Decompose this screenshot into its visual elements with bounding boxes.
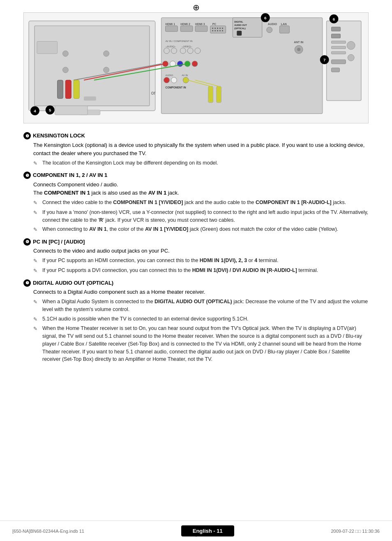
svg-point-36 xyxy=(267,27,272,33)
footer-left: [650-NA]BN68-02344A-Eng.indb 11 xyxy=(12,529,84,534)
para-kensington-1: The Kensington Lock (optional) is a devi… xyxy=(33,141,369,158)
svg-point-3 xyxy=(104,51,109,56)
svg-rect-17 xyxy=(195,26,208,32)
svg-text:5: 5 xyxy=(49,108,51,112)
svg-point-20 xyxy=(212,28,213,29)
svg-rect-8 xyxy=(37,41,58,53)
svg-text:HDMI 1: HDMI 1 xyxy=(166,23,175,26)
svg-rect-82 xyxy=(332,68,340,72)
svg-text:AUDIO OUT: AUDIO OUT xyxy=(234,24,247,26)
svg-rect-34 xyxy=(237,31,242,36)
svg-point-44 xyxy=(164,48,170,53)
svg-point-48 xyxy=(187,48,193,53)
svg-text:or: or xyxy=(151,90,156,96)
body-digital-audio: Connects to a Digital Audio component su… xyxy=(23,288,369,363)
note-icon-da3: ✎ xyxy=(33,325,40,333)
svg-point-2 xyxy=(62,51,68,56)
svg-point-57 xyxy=(171,77,177,83)
title-pcin: PC IN [PC] / [AUDIO] xyxy=(33,238,85,246)
svg-point-28 xyxy=(219,30,221,31)
svg-text:4: 4 xyxy=(34,109,36,113)
note-text-p1: If your PC supports an HDMI connection, … xyxy=(42,257,279,265)
svg-rect-66 xyxy=(74,80,79,99)
svg-text:COMPONENT IN: COMPONENT IN xyxy=(166,86,186,89)
note-text-c2: If you have a 'mono' (non-stereo) VCR, u… xyxy=(42,209,369,224)
svg-point-23 xyxy=(219,28,221,29)
note-icon-da1: ✎ xyxy=(33,298,40,306)
svg-text:LAN: LAN xyxy=(281,23,286,26)
note-da-1: ✎ When a Digital Audio System is connect… xyxy=(33,298,369,313)
note-icon-p2: ✎ xyxy=(33,267,40,275)
svg-rect-1 xyxy=(35,26,150,106)
note-text-da2: 5.1CH audio is possible when the TV is c… xyxy=(42,315,248,323)
badge-pcin: ❻ xyxy=(23,238,31,246)
svg-rect-13 xyxy=(166,26,178,32)
svg-text:6: 6 xyxy=(333,17,335,21)
svg-point-27 xyxy=(217,30,218,31)
svg-point-54 xyxy=(192,61,198,67)
svg-point-24 xyxy=(222,28,223,29)
para-component-2: The COMPONENT IN 1 jack is also used as … xyxy=(33,189,369,197)
note-icon-1: ✎ xyxy=(33,160,40,167)
body-pcin: Connects to the video and audio output j… xyxy=(23,247,369,274)
section-component: ❺ COMPONENT IN 1, 2 / AV IN 1 Connects C… xyxy=(23,171,369,233)
svg-text:7: 7 xyxy=(323,58,326,62)
note-text-da1: When a Digital Audio System is connected… xyxy=(42,298,369,313)
svg-rect-76 xyxy=(332,27,341,31)
para-component-1: Connects Component video / audio. xyxy=(33,181,369,189)
svg-point-25 xyxy=(212,30,213,31)
svg-rect-81 xyxy=(332,60,346,64)
svg-rect-68 xyxy=(208,86,213,103)
svg-text:PC: PC xyxy=(212,23,217,26)
badge-component: ❺ xyxy=(23,172,31,179)
svg-point-29 xyxy=(222,30,223,31)
note-text-da3: When the Home Theater receiver is set to… xyxy=(42,325,369,363)
svg-text:HDMI 2: HDMI 2 xyxy=(180,23,190,26)
svg-rect-69 xyxy=(217,86,221,103)
note-icon-da2: ✎ xyxy=(33,316,40,323)
para-da-1: Connects to a Digital Audio component su… xyxy=(33,288,369,296)
svg-point-83 xyxy=(347,41,355,49)
para-pcin-1: Connects to the video and audio output j… xyxy=(33,247,369,255)
svg-text:(OPTICAL): (OPTICAL) xyxy=(234,27,246,30)
note-component-2: ✎ If you have a 'mono' (non-stereo) VCR,… xyxy=(33,209,369,224)
svg-text:ANT IN: ANT IN xyxy=(294,41,303,44)
badge-kensington: ❹ xyxy=(23,132,31,139)
footer-center-page-number: English - 11 xyxy=(181,525,234,536)
note-component-3: ✎ When connecting to AV IN 1, the color … xyxy=(33,225,369,234)
svg-point-21 xyxy=(214,28,216,29)
svg-point-41 xyxy=(297,48,300,51)
note-pcin-1: ✎ If your PC supports an HDMI connection… xyxy=(33,257,369,265)
svg-rect-64 xyxy=(58,80,63,99)
section-digital-audio: ❼ DIGITAL AUDIO OUT (OPTICAL) Connects t… xyxy=(23,279,369,363)
text-content: ❹ KENSINGTON LOCK The Kensington Lock (o… xyxy=(23,132,369,363)
svg-point-84 xyxy=(348,54,354,61)
note-icon-c2: ✎ xyxy=(33,209,40,217)
body-kensington: The Kensington Lock (optional) is a devi… xyxy=(23,141,369,167)
svg-rect-19 xyxy=(210,26,226,33)
note-icon-p1: ✎ xyxy=(33,257,40,265)
svg-text:6: 6 xyxy=(264,16,267,20)
svg-text:DIGITAL: DIGITAL xyxy=(234,21,243,23)
svg-point-5 xyxy=(104,67,109,73)
svg-text:HDMI 3: HDMI 3 xyxy=(195,23,205,26)
note-text-p2: If your PC supports a DVI connection, yo… xyxy=(42,267,318,274)
svg-text:AV IN / COMPONENT IN: AV IN / COMPONENT IN xyxy=(166,40,193,42)
svg-point-47 xyxy=(180,48,186,53)
footer-right: 2009-07-22 □□ 11:30:36 xyxy=(331,529,380,534)
svg-text:~VIDEO~: ~VIDEO~ xyxy=(182,45,192,48)
note-text-kensington-1: The location of the Kensington Lock may … xyxy=(42,159,218,167)
svg-rect-15 xyxy=(180,26,193,32)
svg-text:AV IN: AV IN xyxy=(182,74,188,77)
svg-rect-80 xyxy=(332,51,346,54)
note-da-2: ✎ 5.1CH audio is possible when the TV is… xyxy=(33,315,369,323)
svg-point-4 xyxy=(62,67,68,73)
note-pcin-2: ✎ If your PC supports a DVI connection, … xyxy=(33,267,369,275)
section-pcin: ❻ PC IN [PC] / [AUDIO] Connects to the v… xyxy=(23,238,369,275)
svg-point-45 xyxy=(171,48,177,53)
title-digital-audio: DIGITAL AUDIO OUT (OPTICAL) xyxy=(33,279,113,287)
section-kensington: ❹ KENSINGTON LOCK The Kensington Lock (o… xyxy=(23,132,369,167)
badge-digital-audio: ❼ xyxy=(23,279,31,287)
title-kensington: KENSINGTON LOCK xyxy=(33,132,85,140)
svg-point-49 xyxy=(195,48,201,53)
